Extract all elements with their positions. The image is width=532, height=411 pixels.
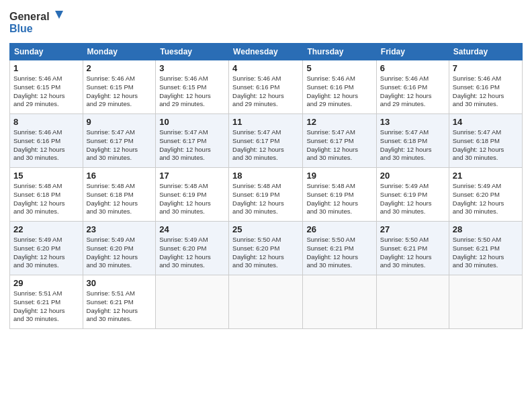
day-number: 29: [13, 278, 79, 288]
day-info: Sunrise: 5:46 AM Sunset: 6:16 PM Dayligh…: [380, 75, 445, 109]
day-info: Sunrise: 5:46 AM Sunset: 6:16 PM Dayligh…: [306, 75, 372, 109]
day-number: 30: [87, 278, 152, 288]
day-info: Sunrise: 5:50 AM Sunset: 6:20 PM Dayligh…: [232, 236, 299, 270]
day-info: Sunrise: 5:49 AM Sunset: 6:20 PM Dayligh…: [13, 236, 79, 270]
day-number: 18: [232, 171, 299, 181]
day-number: 11: [232, 117, 299, 127]
day-number: 20: [380, 171, 445, 181]
day-number: 6: [380, 63, 445, 73]
day-info: Sunrise: 5:47 AM Sunset: 6:17 PM Dayligh…: [87, 128, 152, 163]
day-number: 7: [453, 63, 519, 73]
day-number: 28: [453, 224, 519, 234]
day-number: 12: [306, 117, 372, 127]
calendar-cell: 12Sunrise: 5:47 AM Sunset: 6:17 PM Dayli…: [303, 114, 376, 168]
day-number: 17: [159, 171, 225, 181]
day-info: Sunrise: 5:49 AM Sunset: 6:19 PM Dayligh…: [380, 182, 445, 216]
col-header-monday: Monday: [83, 44, 156, 60]
calendar-cell: 18Sunrise: 5:48 AM Sunset: 6:19 PM Dayli…: [229, 168, 303, 222]
calendar-cell: 4Sunrise: 5:46 AM Sunset: 6:16 PM Daylig…: [229, 60, 303, 114]
day-info: Sunrise: 5:46 AM Sunset: 6:16 PM Dayligh…: [232, 75, 299, 109]
day-info: Sunrise: 5:47 AM Sunset: 6:18 PM Dayligh…: [453, 128, 519, 163]
day-info: Sunrise: 5:48 AM Sunset: 6:19 PM Dayligh…: [306, 182, 372, 216]
calendar-cell: 9Sunrise: 5:47 AM Sunset: 6:17 PM Daylig…: [83, 114, 156, 168]
day-number: 19: [306, 171, 372, 181]
day-number: 3: [159, 63, 225, 73]
calendar-cell: 24Sunrise: 5:49 AM Sunset: 6:20 PM Dayli…: [156, 222, 229, 275]
col-header-sunday: Sunday: [10, 44, 83, 60]
day-number: 13: [380, 117, 445, 127]
day-info: Sunrise: 5:46 AM Sunset: 6:15 PM Dayligh…: [87, 75, 152, 109]
calendar-cell: 16Sunrise: 5:48 AM Sunset: 6:18 PM Dayli…: [83, 168, 156, 222]
day-info: Sunrise: 5:46 AM Sunset: 6:16 PM Dayligh…: [13, 128, 79, 163]
calendar-cell: 27Sunrise: 5:50 AM Sunset: 6:21 PM Dayli…: [376, 222, 449, 275]
calendar-cell: 7Sunrise: 5:46 AM Sunset: 6:16 PM Daylig…: [449, 60, 522, 114]
calendar-cell: 22Sunrise: 5:49 AM Sunset: 6:20 PM Dayli…: [10, 222, 83, 275]
day-number: 22: [13, 224, 79, 234]
day-info: Sunrise: 5:50 AM Sunset: 6:21 PM Dayligh…: [380, 236, 445, 270]
day-info: Sunrise: 5:50 AM Sunset: 6:21 PM Dayligh…: [453, 236, 519, 270]
calendar-cell: 26Sunrise: 5:50 AM Sunset: 6:21 PM Dayli…: [303, 222, 376, 275]
day-number: 27: [380, 224, 445, 234]
day-number: 8: [13, 117, 79, 127]
calendar-cell: 30Sunrise: 5:51 AM Sunset: 6:21 PM Dayli…: [83, 275, 156, 329]
calendar-cell: 17Sunrise: 5:48 AM Sunset: 6:19 PM Dayli…: [156, 168, 229, 222]
logo-text: General Blue: [9, 7, 83, 39]
calendar-cell: 5Sunrise: 5:46 AM Sunset: 6:16 PM Daylig…: [303, 60, 376, 114]
day-number: 5: [306, 63, 372, 73]
col-header-thursday: Thursday: [303, 44, 376, 60]
day-number: 24: [159, 224, 225, 234]
calendar-cell: [156, 275, 229, 329]
page: General Blue SundayMondayTuesdayWednesda…: [0, 0, 532, 411]
day-number: 23: [87, 224, 152, 234]
day-number: 14: [453, 117, 519, 127]
calendar-cell: [303, 275, 376, 329]
day-info: Sunrise: 5:47 AM Sunset: 6:17 PM Dayligh…: [232, 128, 299, 163]
day-info: Sunrise: 5:47 AM Sunset: 6:17 PM Dayligh…: [159, 128, 225, 163]
day-info: Sunrise: 5:48 AM Sunset: 6:19 PM Dayligh…: [159, 182, 225, 216]
day-number: 1: [13, 63, 79, 73]
calendar-cell: 15Sunrise: 5:48 AM Sunset: 6:18 PM Dayli…: [10, 168, 83, 222]
day-info: Sunrise: 5:47 AM Sunset: 6:17 PM Dayligh…: [306, 128, 372, 163]
day-info: Sunrise: 5:47 AM Sunset: 6:18 PM Dayligh…: [380, 128, 445, 163]
day-info: Sunrise: 5:48 AM Sunset: 6:19 PM Dayligh…: [232, 182, 299, 216]
svg-text:General: General: [9, 11, 50, 22]
day-info: Sunrise: 5:51 AM Sunset: 6:21 PM Dayligh…: [13, 289, 79, 324]
day-info: Sunrise: 5:49 AM Sunset: 6:20 PM Dayligh…: [87, 236, 152, 270]
logo: General Blue: [9, 7, 83, 39]
calendar-cell: 6Sunrise: 5:46 AM Sunset: 6:16 PM Daylig…: [376, 60, 449, 114]
calendar-cell: [449, 275, 522, 329]
day-number: 21: [453, 171, 519, 181]
day-info: Sunrise: 5:46 AM Sunset: 6:15 PM Dayligh…: [159, 75, 225, 109]
header: General Blue: [9, 7, 523, 39]
day-number: 10: [159, 117, 225, 127]
day-info: Sunrise: 5:51 AM Sunset: 6:21 PM Dayligh…: [87, 289, 152, 324]
day-info: Sunrise: 5:49 AM Sunset: 6:20 PM Dayligh…: [453, 182, 519, 216]
col-header-saturday: Saturday: [449, 44, 522, 60]
calendar-cell: 14Sunrise: 5:47 AM Sunset: 6:18 PM Dayli…: [449, 114, 522, 168]
calendar-cell: 8Sunrise: 5:46 AM Sunset: 6:16 PM Daylig…: [10, 114, 83, 168]
day-info: Sunrise: 5:46 AM Sunset: 6:15 PM Dayligh…: [13, 75, 79, 109]
day-number: 26: [306, 224, 372, 234]
calendar-cell: 21Sunrise: 5:49 AM Sunset: 6:20 PM Dayli…: [449, 168, 522, 222]
day-number: 4: [232, 63, 299, 73]
day-number: 15: [13, 171, 79, 181]
calendar-cell: [376, 275, 449, 329]
day-info: Sunrise: 5:48 AM Sunset: 6:18 PM Dayligh…: [13, 182, 79, 216]
calendar-cell: 20Sunrise: 5:49 AM Sunset: 6:19 PM Dayli…: [376, 168, 449, 222]
day-number: 9: [87, 117, 152, 127]
calendar-cell: 11Sunrise: 5:47 AM Sunset: 6:17 PM Dayli…: [229, 114, 303, 168]
day-info: Sunrise: 5:49 AM Sunset: 6:20 PM Dayligh…: [159, 236, 225, 270]
calendar-cell: 23Sunrise: 5:49 AM Sunset: 6:20 PM Dayli…: [83, 222, 156, 275]
calendar-cell: 3Sunrise: 5:46 AM Sunset: 6:15 PM Daylig…: [156, 60, 229, 114]
day-info: Sunrise: 5:50 AM Sunset: 6:21 PM Dayligh…: [306, 236, 372, 270]
col-header-friday: Friday: [376, 44, 449, 60]
day-number: 25: [232, 224, 299, 234]
svg-text:Blue: Blue: [9, 23, 33, 34]
day-info: Sunrise: 5:48 AM Sunset: 6:18 PM Dayligh…: [87, 182, 152, 216]
day-info: Sunrise: 5:46 AM Sunset: 6:16 PM Dayligh…: [453, 75, 519, 109]
calendar-cell: 25Sunrise: 5:50 AM Sunset: 6:20 PM Dayli…: [229, 222, 303, 275]
svg-marker-1: [55, 11, 63, 19]
calendar-cell: 10Sunrise: 5:47 AM Sunset: 6:17 PM Dayli…: [156, 114, 229, 168]
calendar: SundayMondayTuesdayWednesdayThursdayFrid…: [9, 43, 523, 329]
calendar-cell: 2Sunrise: 5:46 AM Sunset: 6:15 PM Daylig…: [83, 60, 156, 114]
